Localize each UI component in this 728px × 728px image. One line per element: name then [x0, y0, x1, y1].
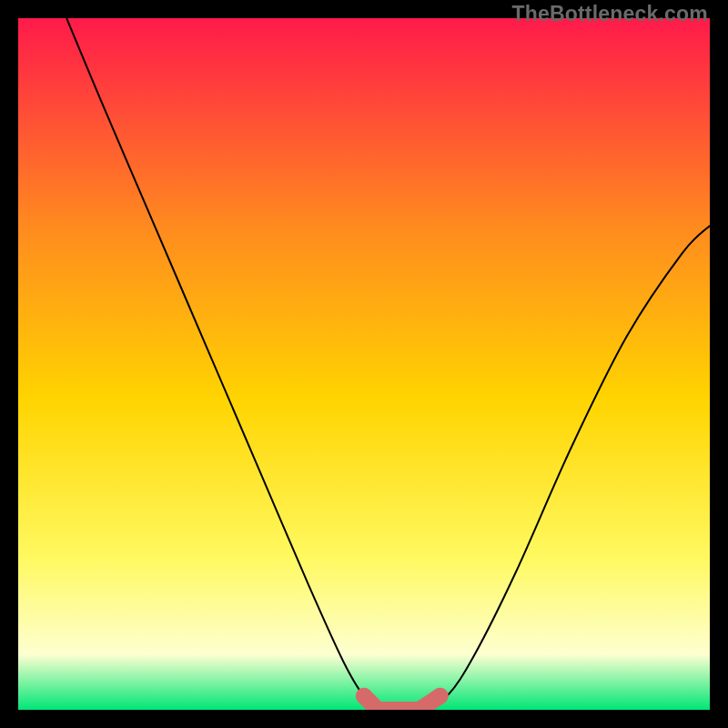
chart-frame: TheBottleneck.com	[0, 0, 728, 728]
gradient-background	[18, 18, 710, 710]
optimal-range-right-cap	[432, 688, 449, 704]
bottleneck-chart	[18, 18, 710, 710]
chart-plot-area	[18, 18, 710, 710]
optimal-range-left-cap	[356, 688, 372, 704]
watermark-text: TheBottleneck.com	[511, 2, 708, 26]
